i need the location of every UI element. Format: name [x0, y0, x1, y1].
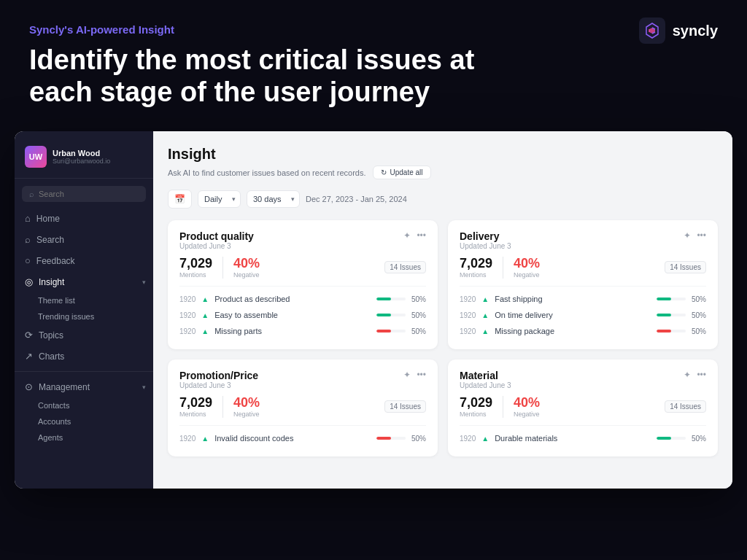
insight-card-material: Material Updated June 3 ✦ ••• 7,029 Ment… — [448, 359, 718, 456]
card-actions: ✦ ••• — [403, 370, 426, 380]
sidebar-item-home[interactable]: ⌂ Home — [15, 208, 153, 229]
issues-badge: 14 Issues — [665, 400, 706, 413]
date-range-label: Dec 27, 2023 - Jan 25, 2024 — [306, 195, 407, 203]
negative-stat: 40% Negative — [233, 395, 260, 418]
sparkle-icon[interactable]: ✦ — [684, 230, 691, 241]
row-pct: 50% — [692, 295, 706, 303]
refresh-icon: ↻ — [381, 168, 387, 176]
sparkle-icon[interactable]: ✦ — [403, 230, 411, 241]
mentions-stat: 7,029 Mentions — [179, 395, 212, 418]
negative-label: Negative — [514, 411, 540, 418]
card-stats: 7,029 Mentions 40% Negative 14 Issues — [460, 256, 706, 279]
row-label: Fast shipping — [495, 295, 651, 303]
mentions-stat: 7,029 Mentions — [460, 256, 492, 279]
period-select[interactable]: Daily — [198, 190, 241, 208]
feedback-icon: ○ — [25, 255, 31, 266]
search-input[interactable] — [39, 190, 139, 198]
update-all-button[interactable]: ↻ Update all — [373, 166, 430, 179]
row-label: Easy to assemble — [214, 311, 371, 319]
user-name: Urban Wood — [53, 149, 110, 158]
sidebar-user: UW Urban Wood Suri@urbanwood.io — [15, 143, 153, 179]
user-email: Suri@urbanwood.io — [53, 158, 110, 165]
card-row: 1920 ▲ On time delivery 50% — [460, 307, 706, 323]
card-divider — [179, 425, 426, 426]
card-row: 1920 ▲ Fast shipping 50% — [460, 291, 706, 307]
mentions-label: Mentions — [179, 411, 212, 418]
card-header: Material Updated June 3 ✦ ••• — [460, 370, 706, 389]
mentions-label: Mentions — [460, 411, 492, 418]
sidebar-subitem-theme-list[interactable]: Theme list — [15, 292, 153, 308]
sidebar-item-label: Charts — [39, 351, 64, 362]
row-arrow-icon: ▲ — [201, 295, 209, 303]
card-header: Product quality Updated June 3 ✦ ••• — [179, 230, 426, 250]
row-pct: 50% — [411, 311, 426, 319]
card-title: Material — [460, 370, 511, 381]
more-icon[interactable]: ••• — [697, 230, 706, 241]
sidebar-search[interactable]: ⌕ — [22, 186, 146, 202]
card-divider — [460, 286, 706, 287]
row-num: 1920 — [460, 327, 476, 335]
row-label: Invalid discount codes — [214, 434, 371, 443]
management-icon: ⊙ — [25, 381, 33, 392]
progress-bar — [376, 330, 406, 332]
more-icon[interactable]: ••• — [417, 370, 426, 380]
mentions-label: Mentions — [460, 271, 492, 279]
chevron-down-icon: ▾ — [142, 279, 146, 286]
range-select[interactable]: 30 days — [247, 190, 300, 208]
mentions-value: 7,029 — [460, 256, 492, 271]
row-arrow-icon: ▲ — [481, 311, 489, 319]
logo-area: syncly — [639, 18, 718, 44]
sidebar-item-management[interactable]: ⊙ Management ▾ — [15, 376, 153, 397]
negative-pct: 40% — [233, 256, 260, 271]
sidebar-item-label: Home — [36, 214, 60, 224]
progress-bar — [376, 437, 406, 440]
sidebar-subitem-trending-issues[interactable]: Trending issues — [15, 308, 153, 324]
progress-bar — [376, 314, 406, 316]
card-divider — [179, 286, 426, 287]
sidebar-subitem-agents[interactable]: Agents — [15, 429, 153, 446]
sidebar: UW Urban Wood Suri@urbanwood.io ⌕ ⌂ Home… — [15, 131, 153, 489]
progress-bar — [657, 298, 686, 300]
stat-divider — [503, 396, 503, 418]
more-icon[interactable]: ••• — [417, 230, 426, 241]
row-arrow-icon: ▲ — [201, 327, 209, 335]
logo-text: syncly — [673, 23, 718, 39]
card-title: Delivery — [460, 230, 511, 242]
sidebar-item-topics[interactable]: ⟳ Topics — [15, 324, 153, 346]
card-updated: Updated June 3 — [460, 381, 511, 389]
filters-row: 📅 Daily 30 days Dec 27, 2023 - Jan 25, 2… — [168, 190, 718, 209]
sparkle-icon[interactable]: ✦ — [403, 370, 411, 380]
chevron-down-icon: ▾ — [142, 384, 146, 391]
sidebar-subitem-accounts[interactable]: Accounts — [15, 413, 153, 429]
row-pct: 50% — [411, 295, 426, 303]
sparkle-icon[interactable]: ✦ — [684, 370, 691, 380]
card-title: Promotion/Price — [179, 370, 258, 381]
page-subtitle: Ask AI to find customer issues based on … — [168, 166, 718, 179]
stat-divider — [222, 257, 223, 279]
row-label: Missing parts — [214, 327, 371, 335]
row-num: 1920 — [460, 311, 476, 319]
sidebar-item-charts[interactable]: ↗ Charts — [15, 346, 153, 367]
card-actions: ✦ ••• — [403, 230, 426, 241]
row-label: Durable materials — [495, 434, 651, 443]
sidebar-item-insight[interactable]: ◎ Insight ▾ — [15, 271, 153, 292]
more-icon[interactable]: ••• — [697, 370, 706, 380]
insight-card-promotion-price: Promotion/Price Updated June 3 ✦ ••• 7,0… — [168, 359, 438, 456]
hero-headline: Identify the most critical issues at eac… — [29, 44, 525, 108]
insight-icon: ◎ — [25, 276, 33, 287]
sidebar-item-label: Topics — [39, 330, 63, 341]
negative-pct: 40% — [233, 395, 260, 411]
row-arrow-icon: ▲ — [481, 295, 489, 303]
sidebar-item-search[interactable]: ⌕ Search — [15, 229, 153, 250]
row-num: 1920 — [179, 327, 196, 335]
mentions-value: 7,029 — [179, 395, 212, 411]
sidebar-item-feedback[interactable]: ○ Feedback — [15, 250, 153, 271]
sidebar-subitem-contacts[interactable]: Contacts — [15, 397, 153, 413]
row-num: 1920 — [179, 295, 196, 303]
card-row: 1920 ▲ Missing package 50% — [460, 323, 706, 339]
calendar-button[interactable]: 📅 — [168, 190, 192, 209]
mentions-stat: 7,029 Mentions — [460, 395, 492, 418]
card-header: Promotion/Price Updated June 3 ✦ ••• — [179, 370, 426, 389]
stat-divider — [503, 257, 503, 279]
negative-stat: 40% Negative — [233, 256, 260, 279]
